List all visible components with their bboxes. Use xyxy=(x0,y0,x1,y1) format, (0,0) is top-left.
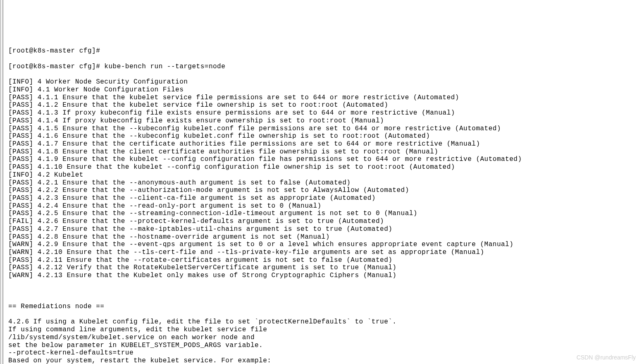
check-result-line: [PASS] 4.1.8 Ensure that the client cert… xyxy=(8,148,642,156)
check-result-line: [PASS] 4.2.7 Ensure that the --make-ipta… xyxy=(8,225,642,233)
check-result-line: [WARN] 4.2.13 Ensure that the Kubelet on… xyxy=(8,272,642,280)
terminal-output: [root@k8s-master cfg]# [root@k8s-master … xyxy=(8,40,642,364)
check-result-line: [PASS] 4.1.1 Ensure that the kubelet ser… xyxy=(8,94,642,102)
check-result-line: [PASS] 4.1.5 Ensure that the --kubeconfi… xyxy=(8,125,642,133)
scrollbar-track[interactable] xyxy=(0,0,3,364)
check-result-line: [PASS] 4.1.7 Ensure that the certificate… xyxy=(8,140,642,148)
check-result-line: [WARN] 4.2.9 Ensure that the --event-qps… xyxy=(8,241,642,249)
check-result-line: [PASS] 4.1.3 If proxy kubeconfig file ex… xyxy=(8,109,642,117)
terminal-command: [root@k8s-master cfg]# kube-bench run --… xyxy=(8,63,642,71)
kube-bench-checks: [INFO] 4 Worker Node Security Configurat… xyxy=(8,78,642,280)
remediation-line: If using command line arguments, edit th… xyxy=(8,326,642,334)
check-result-line: [INFO] 4.2 Kubelet xyxy=(8,171,642,179)
check-result-line: [PASS] 4.1.6 Ensure that the --kubeconfi… xyxy=(8,132,642,140)
remediations-text: 4.2.6 If using a Kubelet config file, ed… xyxy=(8,318,642,364)
check-result-line: [PASS] 4.2.11 Ensure that the --rotate-c… xyxy=(8,256,642,264)
remediation-line: Based on your system, restart the kubele… xyxy=(8,357,642,364)
check-result-line: [INFO] 4 Worker Node Security Configurat… xyxy=(8,78,642,86)
remediation-line: 4.2.6 If using a Kubelet config file, ed… xyxy=(8,318,642,326)
check-result-line: [PASS] 4.2.8 Ensure that the --hostname-… xyxy=(8,233,642,241)
remediation-line: /lib/systemd/system/kubelet.service on e… xyxy=(8,334,642,342)
check-result-line: [FAIL] 4.2.6 Ensure that the --protect-k… xyxy=(8,218,642,225)
check-result-line: [PASS] 4.2.1 Ensure that the --anonymous… xyxy=(8,179,642,187)
terminal-prompt: [root@k8s-master cfg]# xyxy=(8,47,642,55)
check-result-line: [PASS] 4.1.9 Ensure that the kubelet --c… xyxy=(8,156,642,163)
remediation-line: set the below parameter in KUBELET_SYSTE… xyxy=(8,342,642,350)
check-result-line: [PASS] 4.1.4 If proxy kubeconfig file ex… xyxy=(8,117,642,125)
check-result-line: [PASS] 4.2.3 Ensure that the --client-ca… xyxy=(8,194,642,202)
check-result-line: [PASS] 4.2.12 Verify that the RotateKube… xyxy=(8,264,642,272)
remediations-header: == Remediations node == xyxy=(8,303,642,311)
check-result-line: [PASS] 4.2.5 Ensure that the --streaming… xyxy=(8,210,642,218)
check-result-line: [INFO] 4.1 Worker Node Configuration Fil… xyxy=(8,86,642,94)
blank-line xyxy=(8,287,642,295)
watermark-text: CSDN @rundreamsFly xyxy=(577,354,636,361)
check-result-line: [PASS] 4.2.4 Ensure that the --read-only… xyxy=(8,202,642,210)
remediation-line: --protect-kernel-defaults=true xyxy=(8,349,642,357)
check-result-line: [PASS] 4.1.10 Ensure that the kubelet --… xyxy=(8,163,642,171)
check-result-line: [PASS] 4.2.2 Ensure that the --authoriza… xyxy=(8,187,642,194)
check-result-line: [WARN] 4.2.10 Ensure that the --tls-cert… xyxy=(8,249,642,256)
check-result-line: [PASS] 4.1.2 Ensure that the kubelet ser… xyxy=(8,101,642,109)
